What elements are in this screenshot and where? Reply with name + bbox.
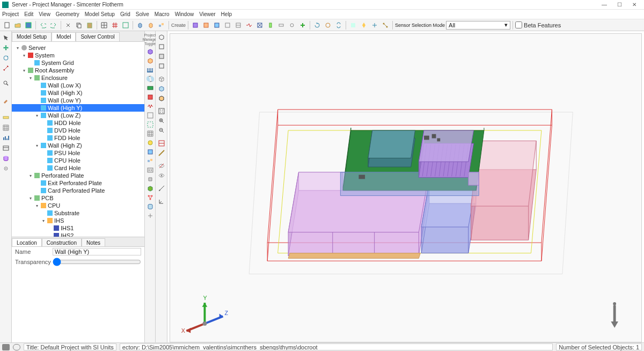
tree-toggle-icon[interactable]: ▾ (28, 76, 33, 81)
tree-row[interactable]: Exit Perforated Plate (12, 179, 144, 187)
vw-clip[interactable] (158, 140, 165, 148)
tree-toggle-icon[interactable]: ▾ (21, 53, 26, 58)
vt-db[interactable] (2, 154, 10, 163)
prop-transparency-slider[interactable] (53, 258, 141, 266)
menu-solve[interactable]: Solve (136, 11, 149, 17)
menu-viewer[interactable]: Viewer (199, 11, 215, 17)
mt-cuboid[interactable] (146, 47, 155, 55)
tree-row[interactable]: ▾Root Assembly (12, 67, 144, 74)
tree-row[interactable]: Wall (Low Y) (12, 97, 144, 104)
ptab-notes[interactable]: Notes (82, 238, 105, 246)
vt-brush[interactable] (2, 96, 10, 105)
tree-row[interactable]: IHS1 (12, 224, 144, 232)
vw-zoom-in[interactable] (158, 117, 165, 126)
vt-gear[interactable] (2, 164, 10, 173)
3d-viewport[interactable]: Z Y X (170, 33, 642, 342)
vw-coord[interactable] (158, 198, 165, 206)
tree-toggle-icon[interactable]: ▾ (15, 46, 20, 50)
tb-d3[interactable] (370, 20, 379, 30)
menu-view[interactable]: View (39, 11, 50, 17)
tb-paste[interactable] (85, 20, 94, 30)
menu-grid[interactable]: Grid (120, 11, 130, 17)
tb-d2[interactable] (359, 20, 369, 30)
tree-row[interactable]: Wall (High Y) (12, 104, 144, 112)
mt-grid-constraint[interactable] (146, 129, 155, 137)
tb-grid2[interactable] (110, 20, 120, 30)
tree-toggle-icon[interactable]: ▾ (28, 196, 33, 201)
vw-measure[interactable] (158, 185, 165, 193)
vt-table[interactable] (2, 144, 10, 152)
tree-row[interactable]: Card Perforated Plate (12, 187, 144, 194)
vw-front[interactable] (158, 53, 165, 61)
tree-row[interactable]: System Grid (12, 59, 144, 67)
tb-sync[interactable] (334, 20, 343, 30)
vw-zoom-out[interactable] (158, 127, 165, 135)
vt-chart[interactable] (2, 134, 10, 142)
tb-d1[interactable] (348, 20, 358, 30)
tree-row[interactable]: DVD Hole (12, 127, 144, 134)
menu-window[interactable]: Window (175, 11, 194, 17)
tree-row[interactable]: ▾IHS (12, 217, 144, 224)
mt-resistance[interactable] (146, 102, 155, 110)
tree-row[interactable]: ▾Server (12, 44, 144, 52)
minimize-button[interactable]: — (597, 1, 612, 9)
mt-perforated[interactable] (146, 166, 155, 174)
menu-geometry[interactable]: Geometry (56, 11, 79, 17)
tb-cubes[interactable] (157, 20, 166, 30)
tb-c4[interactable] (223, 20, 232, 30)
tree-toggle-icon[interactable]: ▾ (34, 203, 39, 208)
menu-macro[interactable]: Macro (155, 11, 170, 17)
mt-pcb[interactable] (146, 84, 155, 92)
menu-project[interactable]: Project (2, 11, 19, 17)
tb-c8[interactable] (266, 20, 275, 30)
vt-zoom[interactable] (2, 79, 10, 87)
vw-shaded-edges[interactable] (158, 94, 165, 103)
vt-grid[interactable] (2, 123, 10, 132)
mt-prism[interactable] (146, 56, 155, 64)
tb-cut[interactable] (63, 20, 73, 30)
vt-rotate[interactable] (2, 54, 10, 62)
mt-network[interactable] (146, 193, 155, 201)
menu-help[interactable]: Help (221, 11, 232, 17)
beta-features-checkbox[interactable]: Beta Features (515, 21, 561, 28)
vw-wireframe[interactable] (158, 75, 165, 84)
tab-solver-control[interactable]: Solver Control (76, 32, 119, 41)
mt-collapsedobj[interactable] (146, 175, 155, 183)
tree-row[interactable]: FDD Hole (12, 134, 144, 142)
vw-hide[interactable] (158, 162, 165, 171)
tree-row[interactable]: Wall (Low X) (12, 82, 144, 89)
close-button[interactable]: ✕ (627, 1, 642, 9)
vw-show[interactable] (158, 172, 165, 180)
vw-fit[interactable] (158, 107, 165, 116)
model-tree[interactable]: ▾Server▾SystemSystem Grid▾Root Assembly▾… (12, 42, 144, 237)
vt-ruler[interactable] (2, 113, 10, 122)
tb-c3[interactable] (212, 20, 222, 30)
tb-c9[interactable] (276, 20, 286, 30)
prop-name-field[interactable]: Wall (High Y) (53, 248, 141, 255)
tree-row[interactable]: ▾Perforated Plate (12, 172, 144, 179)
tb-c5[interactable] (233, 20, 243, 30)
tree-toggle-icon[interactable]: ▾ (34, 113, 39, 118)
tb-grid3[interactable] (121, 20, 130, 30)
vw-shaded[interactable] (158, 85, 165, 93)
sensor-mode-select[interactable]: All▾ (446, 21, 510, 30)
maximize-button[interactable]: ☐ (612, 1, 627, 9)
menu-model-setup[interactable]: Model Setup (85, 11, 115, 17)
mt-compact[interactable] (146, 148, 155, 156)
tb-copy[interactable] (74, 20, 84, 30)
tree-row[interactable]: ▾Wall (Low Z) (12, 112, 144, 119)
tree-row[interactable]: ▾PCB (12, 194, 144, 202)
tree-row[interactable]: IHS2 (12, 232, 144, 237)
vt-move[interactable] (2, 43, 10, 52)
mt-cylinder[interactable] (146, 202, 155, 210)
tb-grid[interactable] (99, 20, 109, 30)
tab-model[interactable]: Model (52, 32, 76, 41)
tb-c7[interactable] (255, 20, 265, 30)
tree-row[interactable]: HDD Hole (12, 119, 144, 127)
vt-pointer[interactable] (2, 33, 10, 42)
tb-plus[interactable] (298, 20, 308, 30)
tree-row[interactable]: ▾System (12, 52, 144, 59)
tb-open[interactable] (13, 20, 23, 30)
mt-fan[interactable] (146, 75, 155, 83)
tree-row[interactable]: Substrate (12, 209, 144, 217)
